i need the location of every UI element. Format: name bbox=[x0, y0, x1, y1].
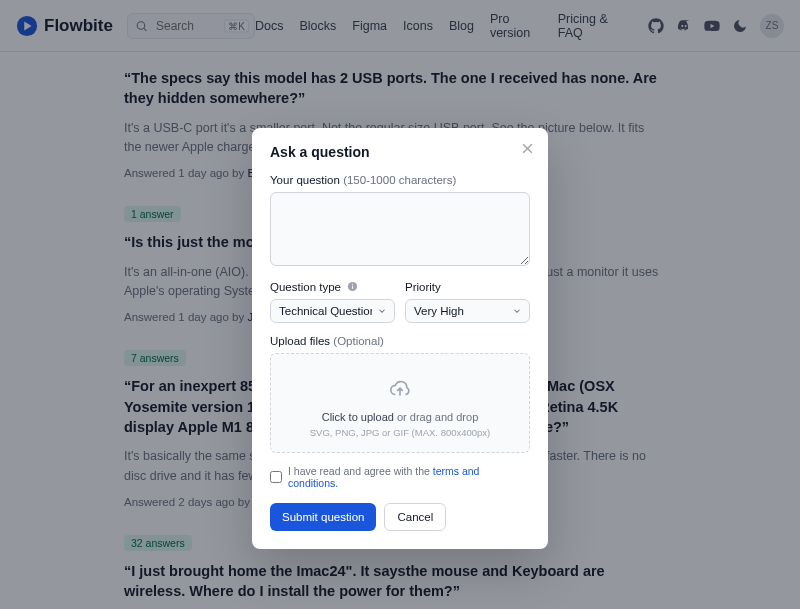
svg-rect-6 bbox=[352, 286, 353, 289]
svg-rect-7 bbox=[352, 284, 353, 285]
terms-checkbox[interactable] bbox=[270, 471, 282, 483]
priority-select[interactable]: Very High bbox=[405, 299, 530, 323]
ask-question-modal: Ask a question Your question (150-1000 c… bbox=[252, 128, 548, 549]
submit-button[interactable]: Submit question bbox=[270, 503, 376, 531]
dropzone-text: Click to upload or drag and drop bbox=[281, 411, 519, 423]
question-type-select[interactable]: Technical Question bbox=[270, 299, 395, 323]
upload-label: Upload files (Optional) bbox=[270, 335, 530, 347]
terms-text: I have read and agree with the terms and… bbox=[288, 465, 530, 489]
modal-actions: Submit question Cancel bbox=[270, 503, 530, 531]
modal-title: Ask a question bbox=[270, 144, 530, 160]
close-icon[interactable] bbox=[521, 142, 534, 155]
modal-overlay[interactable]: Ask a question Your question (150-1000 c… bbox=[0, 0, 800, 609]
type-label: Question type bbox=[270, 281, 395, 293]
terms-row: I have read and agree with the terms and… bbox=[270, 465, 530, 489]
question-label: Your question (150-1000 characters) bbox=[270, 174, 530, 186]
type-priority-row: Question type Technical Question Priorit… bbox=[270, 281, 530, 323]
dropzone-subtext: SVG, PNG, JPG or GIF (MAX. 800x400px) bbox=[281, 427, 519, 438]
upload-cloud-icon bbox=[387, 378, 413, 400]
info-icon[interactable] bbox=[347, 281, 358, 292]
cancel-button[interactable]: Cancel bbox=[384, 503, 446, 531]
question-textarea[interactable] bbox=[270, 192, 530, 266]
file-dropzone[interactable]: Click to upload or drag and drop SVG, PN… bbox=[270, 353, 530, 453]
priority-label: Priority bbox=[405, 281, 530, 293]
